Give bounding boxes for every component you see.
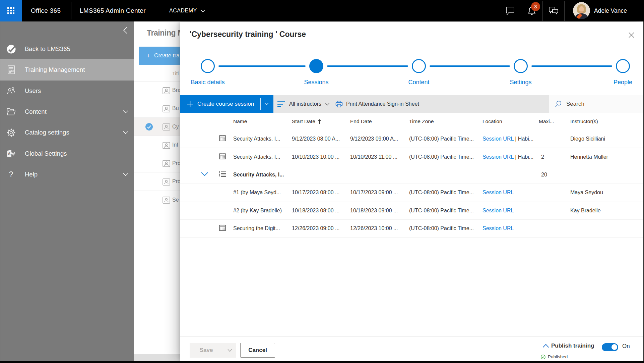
session-row[interactable]: #1 (by Maya Seyd...10/17/2023 08:00 ...1… bbox=[180, 184, 643, 202]
close-button[interactable] bbox=[626, 30, 637, 40]
collapse-group-icon[interactable] bbox=[201, 172, 211, 178]
sidebar-item-label: Global Settings bbox=[25, 150, 67, 157]
chevron-up-icon[interactable] bbox=[542, 344, 549, 348]
session-instructor: Diego Sicilliani bbox=[570, 136, 641, 142]
search-input[interactable]: Search bbox=[549, 95, 643, 113]
step-circle-people[interactable] bbox=[616, 59, 630, 73]
svg-text:A: A bbox=[8, 151, 11, 156]
sidebar-item-catalog-settings[interactable]: Catalog settings bbox=[0, 122, 134, 143]
sidebar-item-label: Content bbox=[25, 108, 47, 115]
check-circle-icon bbox=[541, 355, 545, 359]
course-dialog: 'Cybersecurity training ' Course Basic d… bbox=[180, 22, 643, 361]
step-label[interactable]: Settings bbox=[510, 79, 531, 86]
step-circle-basic-details[interactable] bbox=[201, 59, 215, 73]
topbar-divider bbox=[71, 2, 71, 19]
printer-icon bbox=[335, 101, 343, 108]
session-name: #1 (by Maya Seyd... bbox=[233, 190, 289, 196]
session-name: Security Attacks, I... bbox=[233, 154, 289, 160]
step-label[interactable]: Sessions bbox=[304, 79, 328, 86]
create-session-button[interactable]: Create course session bbox=[180, 95, 273, 113]
step-connector bbox=[531, 65, 612, 67]
session-url-link[interactable]: Session URL bbox=[482, 154, 514, 160]
session-url-link[interactable]: Session URL bbox=[482, 190, 514, 195]
sidebar-item-label: Training Management bbox=[25, 66, 85, 73]
chevron-down-icon[interactable] bbox=[264, 103, 269, 105]
session-instructor: Henrietta Muller bbox=[570, 154, 641, 160]
column-header-maxi-[interactable]: Maxi... bbox=[539, 118, 554, 124]
calendar-icon bbox=[219, 153, 228, 161]
session-group-row[interactable]: Security Attacks, I...20 bbox=[180, 166, 643, 184]
feedback-button[interactable] bbox=[543, 0, 564, 21]
save-dropdown[interactable] bbox=[223, 343, 236, 358]
session-url-link[interactable]: Session URL bbox=[482, 208, 514, 213]
avatar-image bbox=[573, 2, 590, 19]
filter-lines-icon bbox=[277, 101, 285, 107]
user-name[interactable]: Adele Vance bbox=[594, 0, 627, 21]
filter-label: All instructors bbox=[289, 101, 321, 107]
sidebar-item-content[interactable]: Content bbox=[0, 101, 134, 122]
session-start: 10/18/2023 08:00 ... bbox=[292, 208, 349, 214]
session-location: Session URL bbox=[482, 208, 537, 214]
column-header-instructor-s-[interactable]: Instructor(s) bbox=[570, 118, 598, 124]
sidebar-collapse-button[interactable] bbox=[121, 25, 130, 35]
step-label[interactable]: People bbox=[614, 79, 632, 86]
step-label[interactable]: Basic details bbox=[191, 79, 224, 86]
instructor-filter[interactable]: All instructors bbox=[277, 101, 330, 107]
print-label: Print Attendance Sign-in Sheet bbox=[346, 101, 419, 107]
sidebar-item-back-to-lms365[interactable]: Back to LMS365 bbox=[0, 39, 134, 59]
sidebar-item-users[interactable]: Users bbox=[0, 81, 134, 101]
dialog-footer: Save Cancel Publish training On Publish bbox=[180, 336, 643, 361]
notifications-button[interactable]: 3 bbox=[521, 0, 542, 21]
publish-status: Published bbox=[541, 354, 568, 359]
sidebar-item-training-management[interactable]: Training Management bbox=[0, 59, 134, 81]
training-doc-icon bbox=[6, 65, 16, 74]
split-divider bbox=[260, 98, 261, 110]
toolbar-strip: All instructors Print Attendance Sign-in… bbox=[273, 95, 549, 113]
topbar-divider bbox=[564, 1, 565, 21]
session-name: #2 (by Kay Bradelle) bbox=[233, 208, 289, 214]
column-header-end-date[interactable]: End Date bbox=[350, 118, 372, 124]
dialog-title: 'Cybersecurity training ' Course bbox=[190, 30, 306, 39]
brand-link[interactable]: Office 365 bbox=[31, 0, 61, 21]
print-attendance-button[interactable]: Print Attendance Sign-in Sheet bbox=[335, 101, 419, 108]
step-connector bbox=[218, 65, 306, 67]
table-body: Security Attacks, I...9/12/2023 08:00 A.… bbox=[180, 130, 643, 238]
chat-button[interactable] bbox=[499, 0, 521, 21]
column-header-time-zone[interactable]: Time Zone bbox=[409, 118, 434, 124]
session-timezone: (UTC-08:00) Pacific Time... bbox=[409, 190, 480, 196]
publish-toggle[interactable] bbox=[602, 343, 618, 351]
sidebar-item-global-settings[interactable]: A Global Settings bbox=[0, 143, 134, 164]
session-row[interactable]: #2 (by Kay Bradelle)10/18/2023 08:00 ...… bbox=[180, 202, 643, 220]
chevron-down-icon bbox=[123, 109, 129, 114]
session-row[interactable]: Securing the Digit...12/26/2023 09:00 ..… bbox=[180, 220, 643, 238]
step-circle-content[interactable] bbox=[412, 59, 426, 73]
session-start: 9/12/2023 08:00 A... bbox=[292, 136, 349, 142]
session-row[interactable]: Security Attacks, I...9/12/2023 08:00 A.… bbox=[180, 130, 643, 148]
folder-icon bbox=[6, 107, 16, 116]
app-launcher-button[interactable] bbox=[0, 0, 22, 21]
session-url-link[interactable]: Session URL bbox=[482, 225, 514, 231]
app-title[interactable]: LMS365 Admin Center bbox=[80, 0, 146, 21]
session-timezone: (UTC-08:00) Pacific Time... bbox=[409, 154, 480, 160]
tenant-label: ACADEMY bbox=[169, 8, 197, 14]
step-circle-sessions[interactable] bbox=[309, 59, 323, 73]
feedback-icon bbox=[549, 6, 559, 15]
close-icon bbox=[629, 32, 634, 38]
session-url-link[interactable]: Session URL bbox=[482, 136, 514, 142]
cancel-button[interactable]: Cancel bbox=[240, 343, 275, 358]
session-end: 10/17/2023 09:00 ... bbox=[350, 190, 408, 196]
column-header-location[interactable]: Location bbox=[482, 118, 502, 124]
avatar[interactable] bbox=[573, 2, 590, 19]
tenant-menu[interactable]: ACADEMY bbox=[169, 0, 205, 21]
sidebar-item-help[interactable]: ? Help bbox=[0, 164, 134, 185]
chat-icon bbox=[506, 6, 515, 15]
sidebar-item-label: Users bbox=[25, 87, 41, 95]
save-button[interactable]: Save bbox=[190, 343, 236, 358]
session-row[interactable]: Security Attacks, I...10/10/2023 10:00 .… bbox=[180, 148, 643, 166]
step-label[interactable]: Content bbox=[408, 79, 429, 86]
window-bottom-edge bbox=[0, 361, 644, 363]
column-header-start-date[interactable]: Start Date bbox=[292, 118, 322, 124]
step-circle-settings[interactable] bbox=[514, 59, 528, 73]
session-start: 10/17/2023 08:00 ... bbox=[292, 190, 349, 196]
column-header-name[interactable]: Name bbox=[233, 118, 247, 124]
